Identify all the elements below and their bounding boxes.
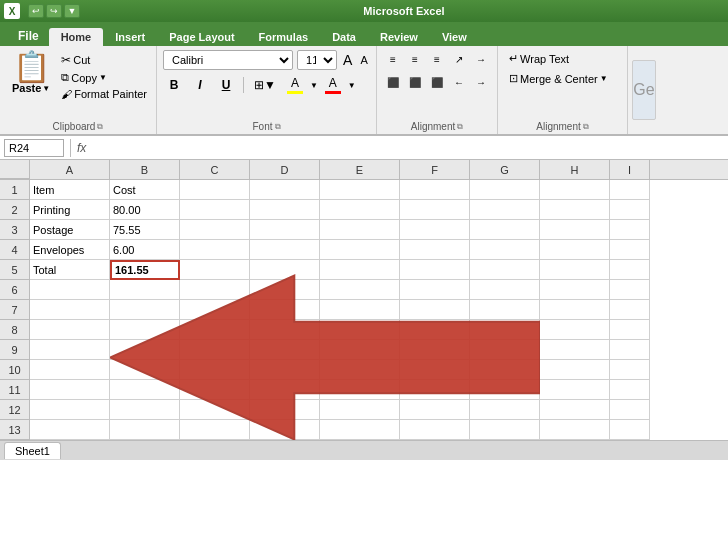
cell-f6[interactable] xyxy=(400,280,470,300)
cell-c10[interactable] xyxy=(180,360,250,380)
cell-e13[interactable] xyxy=(320,420,400,440)
fill-color-button[interactable]: A xyxy=(284,74,306,96)
align-left-btn[interactable]: ⬛ xyxy=(383,73,403,91)
cell-b2[interactable]: 80.00 xyxy=(110,200,180,220)
indent-btn[interactable]: → xyxy=(471,50,491,68)
wrap-inline-btn[interactable]: ↗ xyxy=(449,50,469,68)
cell-d13[interactable] xyxy=(250,420,320,440)
formula-input[interactable] xyxy=(94,139,724,157)
cell-f2[interactable] xyxy=(400,200,470,220)
col-header-a[interactable]: A xyxy=(30,160,110,179)
underline-button[interactable]: U xyxy=(215,75,237,95)
clipboard-expand-icon[interactable]: ⧉ xyxy=(97,122,103,132)
cell-h3[interactable] xyxy=(540,220,610,240)
cell-e3[interactable] xyxy=(320,220,400,240)
font-color-dropdown-icon[interactable]: ▼ xyxy=(348,81,356,90)
col-header-e[interactable]: E xyxy=(320,160,400,179)
cell-g2[interactable] xyxy=(470,200,540,220)
cell-h7[interactable] xyxy=(540,300,610,320)
cell-g1[interactable] xyxy=(470,180,540,200)
cell-g13[interactable] xyxy=(470,420,540,440)
bold-button[interactable]: B xyxy=(163,75,185,95)
cell-h12[interactable] xyxy=(540,400,610,420)
cell-c5[interactable] xyxy=(180,260,250,280)
cell-g11[interactable] xyxy=(470,380,540,400)
cell-i7[interactable] xyxy=(610,300,650,320)
title-controls[interactable]: ↩ ↪ ▼ xyxy=(28,4,80,18)
cell-i3[interactable] xyxy=(610,220,650,240)
cell-e6[interactable] xyxy=(320,280,400,300)
cell-a8[interactable] xyxy=(30,320,110,340)
paste-button[interactable]: 📋 Paste ▼ xyxy=(6,50,56,96)
align-right-btn[interactable]: ⬛ xyxy=(427,73,447,91)
cell-h2[interactable] xyxy=(540,200,610,220)
cell-g12[interactable] xyxy=(470,400,540,420)
decrease-indent-btn[interactable]: ← xyxy=(449,73,469,91)
cell-h9[interactable] xyxy=(540,340,610,360)
cell-a5[interactable]: Total xyxy=(30,260,110,280)
cell-g10[interactable] xyxy=(470,360,540,380)
cell-a10[interactable] xyxy=(30,360,110,380)
font-size-select[interactable]: 11 xyxy=(297,50,337,70)
col-header-h[interactable]: H xyxy=(540,160,610,179)
cell-g3[interactable] xyxy=(470,220,540,240)
cell-g4[interactable] xyxy=(470,240,540,260)
cell-c4[interactable] xyxy=(180,240,250,260)
cell-d10[interactable] xyxy=(250,360,320,380)
cell-b5-highlighted[interactable]: 161.55 xyxy=(110,260,180,280)
cell-e4[interactable] xyxy=(320,240,400,260)
sheet-tab-1[interactable]: Sheet1 xyxy=(4,442,61,459)
cell-h10[interactable] xyxy=(540,360,610,380)
format-painter-button[interactable]: 🖌 Format Painter xyxy=(58,87,150,101)
cell-f4[interactable] xyxy=(400,240,470,260)
cell-i8[interactable] xyxy=(610,320,650,340)
cell-g5[interactable] xyxy=(470,260,540,280)
cell-i5[interactable] xyxy=(610,260,650,280)
cell-g8[interactable] xyxy=(470,320,540,340)
align-top-left-btn[interactable]: ≡ xyxy=(383,50,403,68)
cell-c2[interactable] xyxy=(180,200,250,220)
cell-e2[interactable] xyxy=(320,200,400,220)
cell-d5[interactable] xyxy=(250,260,320,280)
tab-home[interactable]: Home xyxy=(49,28,104,46)
cell-a3[interactable]: Postage xyxy=(30,220,110,240)
italic-button[interactable]: I xyxy=(189,75,211,95)
cell-g9[interactable] xyxy=(470,340,540,360)
cell-h8[interactable] xyxy=(540,320,610,340)
font-color-button[interactable]: A xyxy=(322,74,344,96)
font-name-select[interactable]: Calibri xyxy=(163,50,293,70)
cell-b13[interactable] xyxy=(110,420,180,440)
undo-btn[interactable]: ↩ xyxy=(28,4,44,18)
cell-b10[interactable] xyxy=(110,360,180,380)
copy-dropdown-icon[interactable]: ▼ xyxy=(99,73,107,82)
cell-b7[interactable] xyxy=(110,300,180,320)
cell-a2[interactable]: Printing xyxy=(30,200,110,220)
cell-h4[interactable] xyxy=(540,240,610,260)
cell-d2[interactable] xyxy=(250,200,320,220)
cell-b9[interactable] xyxy=(110,340,180,360)
col-header-i[interactable]: I xyxy=(610,160,650,179)
qa-dropdown-btn[interactable]: ▼ xyxy=(64,4,80,18)
cell-b11[interactable] xyxy=(110,380,180,400)
redo-btn[interactable]: ↪ xyxy=(46,4,62,18)
cell-d11[interactable] xyxy=(250,380,320,400)
cell-f11[interactable] xyxy=(400,380,470,400)
cell-c3[interactable] xyxy=(180,220,250,240)
cell-a6[interactable] xyxy=(30,280,110,300)
cell-d7[interactable] xyxy=(250,300,320,320)
cell-f9[interactable] xyxy=(400,340,470,360)
font-expand-icon[interactable]: ⧉ xyxy=(275,122,281,132)
cell-a9[interactable] xyxy=(30,340,110,360)
cell-a1[interactable]: Item xyxy=(30,180,110,200)
cell-f8[interactable] xyxy=(400,320,470,340)
cell-b8[interactable] xyxy=(110,320,180,340)
cell-e11[interactable] xyxy=(320,380,400,400)
cell-i9[interactable] xyxy=(610,340,650,360)
cell-reference-input[interactable] xyxy=(4,139,64,157)
font-size-decrease-btn[interactable]: A xyxy=(358,53,369,67)
cell-i10[interactable] xyxy=(610,360,650,380)
cell-c1[interactable] xyxy=(180,180,250,200)
cell-c9[interactable] xyxy=(180,340,250,360)
wrap-text-button[interactable]: ↵ Wrap Text xyxy=(504,50,574,67)
cell-c12[interactable] xyxy=(180,400,250,420)
